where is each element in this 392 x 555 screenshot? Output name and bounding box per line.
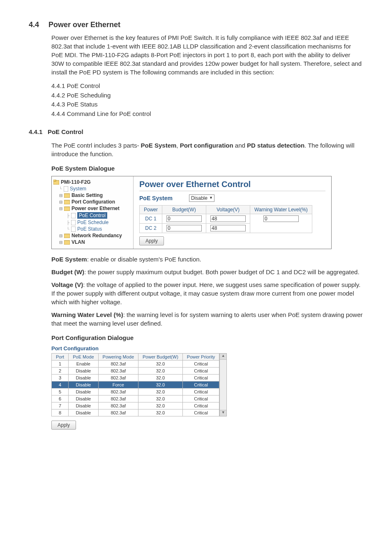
wwl-input[interactable]: 0 xyxy=(263,215,299,222)
cell: Disable xyxy=(69,388,98,395)
tree-item-system[interactable]: └ System xyxy=(53,185,131,192)
folder-icon xyxy=(64,206,70,211)
intro-paragraph: Power over Ethernet is the key features … xyxy=(51,33,363,76)
cell: 2 xyxy=(52,368,69,375)
page-icon xyxy=(71,220,76,225)
cell: Critical xyxy=(182,402,219,409)
svg-rect-8 xyxy=(71,227,76,232)
scrollbar[interactable]: ▲ ▼ xyxy=(219,353,227,416)
tree-item-poe-status[interactable]: └ PoE Status xyxy=(53,226,131,232)
col-power: Power xyxy=(140,206,162,214)
poe-system-screenshot: PMI-110-F2G └ System ⊟ Basic Setting ⊟ P… xyxy=(51,176,332,249)
panel-title: Power over Ethernet Control xyxy=(139,180,325,191)
desc-budget: Budget (W): the power supply maximum out… xyxy=(51,268,363,276)
section-number: 4.4 xyxy=(29,21,39,29)
tree-root[interactable]: PMI-110-F2G xyxy=(53,179,131,185)
port-conf-subtitle: Port Configuration xyxy=(51,345,363,352)
tree-item-port-config[interactable]: ⊟ Port Configuration xyxy=(53,199,131,205)
svg-rect-1 xyxy=(53,180,56,181)
table-row[interactable]: 5Disable802.3af32.0Critical xyxy=(52,388,219,395)
tree-item-poe-control[interactable]: ├ PoE Control xyxy=(53,212,131,219)
svg-rect-9 xyxy=(64,234,70,238)
cell: 802.3af xyxy=(98,361,138,368)
cell: Disable xyxy=(69,382,98,388)
section-heading: 4.4 Power over Ethernet xyxy=(29,21,363,29)
poe-system-dropdown[interactable]: Disable xyxy=(189,194,214,202)
cell: 32.0 xyxy=(138,382,183,388)
col-budget: Budget(W) xyxy=(162,206,206,214)
cell: Disable xyxy=(69,368,98,375)
cell: 32.0 xyxy=(138,375,183,382)
col-mode: PoE Mode xyxy=(69,354,98,361)
cell: 6 xyxy=(52,395,69,402)
folder-icon xyxy=(53,180,59,185)
svg-rect-7 xyxy=(71,220,76,225)
cell: 802.3af xyxy=(98,395,138,402)
svg-rect-4 xyxy=(64,200,70,204)
cell: 802.3af xyxy=(98,409,138,416)
poe-panel: Power over Ethernet Control PoE System D… xyxy=(134,176,331,249)
row-label: DC 1 xyxy=(140,214,162,224)
cell: Critical xyxy=(182,382,219,388)
budget-input[interactable]: 0 xyxy=(166,225,202,231)
list-item: 4.4.3 PoE Status xyxy=(51,100,363,109)
cell: 802.3af xyxy=(98,375,138,382)
cell: 3 xyxy=(52,375,69,382)
poe-power-table: Power Budget(W) Voltage(V) Warning Water… xyxy=(139,205,312,233)
row-label: DC 2 xyxy=(140,224,162,233)
subsection-number: 4.4.1 xyxy=(29,128,42,135)
cell: Critical xyxy=(182,361,219,368)
subsection-list: 4.4.1 PoE Control 4.4.2 PoE Scheduling 4… xyxy=(51,81,363,118)
table-row[interactable]: 8Disable802.3af32.0Critical xyxy=(52,409,219,416)
desc-poe-system: PoE System: enable or disable system's P… xyxy=(51,255,363,264)
page-icon xyxy=(71,227,76,232)
table-row: DC 1 0 48 0 xyxy=(140,214,312,224)
table-row[interactable]: 2Disable802.3af32.0Critical xyxy=(52,368,219,375)
voltage-input[interactable]: 48 xyxy=(210,215,246,222)
subsection-heading: 4.4.1 PoE Control xyxy=(29,128,363,135)
voltage-input[interactable]: 48 xyxy=(210,225,246,231)
apply-button[interactable]: Apply xyxy=(139,236,164,245)
svg-rect-10 xyxy=(64,240,70,245)
list-item: 4.4.4 Command Line for PoE control xyxy=(51,109,363,119)
page-icon xyxy=(64,186,68,192)
cell: 8 xyxy=(52,409,69,416)
cell: Disable xyxy=(69,395,98,402)
port-config-screenshot: Port PoE Mode Powering Mode Power Budget… xyxy=(51,353,363,416)
table-row[interactable]: 7Disable802.3af32.0Critical xyxy=(52,402,219,409)
col-powering: Powering Mode xyxy=(98,354,138,361)
col-budget: Power Budget(W) xyxy=(138,354,183,361)
table-row[interactable]: 3Disable802.3af32.0Critical xyxy=(52,375,219,382)
tree-item-poe-schedule[interactable]: ├ PoE Schedule xyxy=(53,219,131,226)
tree-item-net-redundancy[interactable]: ⊟ Network Redundancy xyxy=(53,232,131,239)
tree-item-vlan[interactable]: ⊟ VLAN xyxy=(53,239,131,245)
tree-item-basic-setting[interactable]: ⊟ Basic Setting xyxy=(53,192,131,199)
cell: Disable xyxy=(69,402,98,409)
port-conf-heading: Port Configuration Dialogue xyxy=(51,334,363,341)
desc-voltage: Voltage (V): the voltage of applied to t… xyxy=(51,280,363,306)
cell: 4 xyxy=(52,382,69,388)
cell: 32.0 xyxy=(138,368,183,375)
col-voltage: Voltage(V) xyxy=(206,206,250,214)
cell: Critical xyxy=(182,368,219,375)
cell: 32.0 xyxy=(138,409,183,416)
table-row[interactable]: 1Enable802.3af32.0Critical xyxy=(52,361,219,368)
cell: 802.3af xyxy=(98,368,138,375)
table-row[interactable]: 6Disable802.3af32.0Critical xyxy=(52,395,219,402)
cell: 32.0 xyxy=(138,361,183,368)
table-row[interactable]: 4DisableForce32.0Critical xyxy=(52,382,219,388)
scroll-down-icon[interactable]: ▼ xyxy=(220,410,226,416)
budget-input[interactable]: 0 xyxy=(166,215,202,222)
tree-item-poe[interactable]: ⊟ Power over Ethernet xyxy=(53,205,131,212)
list-item: 4.4.1 PoE Control xyxy=(51,81,363,91)
apply-button[interactable]: Apply xyxy=(51,421,76,430)
page-icon xyxy=(71,213,76,218)
subsection-title: PoE Control xyxy=(48,128,83,135)
folder-icon xyxy=(64,240,70,245)
cell: Critical xyxy=(182,395,219,402)
poe-system-label: PoE System xyxy=(139,195,173,201)
cell: Critical xyxy=(182,409,219,416)
cell: 7 xyxy=(52,402,69,409)
scroll-up-icon[interactable]: ▲ xyxy=(220,354,226,360)
cell: 32.0 xyxy=(138,395,183,402)
